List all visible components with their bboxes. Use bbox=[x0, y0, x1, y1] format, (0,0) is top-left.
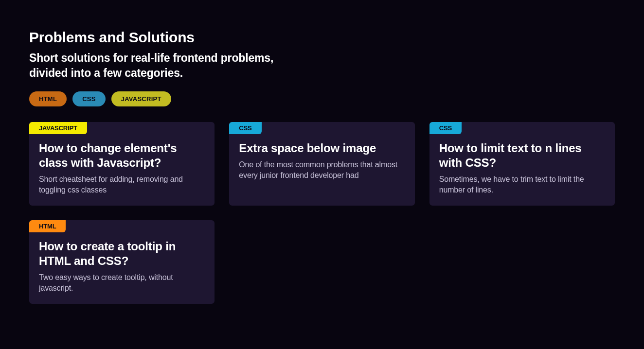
card[interactable]: JAVASCRIPTHow to change element's class … bbox=[29, 122, 215, 206]
card-tag: CSS bbox=[429, 122, 462, 134]
card-title: Extra space below image bbox=[239, 141, 405, 156]
card[interactable]: CSSHow to limit text to n lines with CSS… bbox=[429, 122, 615, 206]
card[interactable]: HTMLHow to create a tooltip in HTML and … bbox=[29, 220, 215, 304]
card-body: How to change element's class with Javas… bbox=[29, 134, 215, 195]
card-desc: Short cheatsheet for adding, removing an… bbox=[39, 174, 205, 195]
card-title: How to change element's class with Javas… bbox=[39, 141, 205, 170]
card-body: How to create a tooltip in HTML and CSS?… bbox=[29, 232, 215, 293]
card-desc: Two easy ways to create tooltip, without… bbox=[39, 272, 205, 293]
page-subtitle: Short solutions for real-life frontend p… bbox=[29, 51, 302, 81]
card-tag: CSS bbox=[229, 122, 261, 134]
card-body: How to limit text to n lines with CSS?So… bbox=[429, 134, 615, 195]
card-title: How to limit text to n lines with CSS? bbox=[439, 141, 605, 170]
filter-pill-html[interactable]: HTML bbox=[29, 91, 67, 106]
card-desc: One of the most common problems that alm… bbox=[239, 159, 405, 180]
card[interactable]: CSSExtra space below imageOne of the mos… bbox=[229, 122, 414, 206]
cards-grid: JAVASCRIPTHow to change element's class … bbox=[29, 122, 615, 304]
card-tag: JAVASCRIPT bbox=[29, 122, 87, 134]
card-title: How to create a tooltip in HTML and CSS? bbox=[39, 239, 205, 268]
page-title: Problems and Solutions bbox=[29, 29, 615, 46]
card-desc: Sometimes, we have to trim text to limit… bbox=[439, 174, 605, 195]
card-tag: HTML bbox=[29, 220, 66, 232]
filter-pill-css[interactable]: CSS bbox=[72, 91, 106, 106]
filter-pill-row: HTMLCSSJAVASCRIPT bbox=[29, 91, 615, 106]
filter-pill-javascript[interactable]: JAVASCRIPT bbox=[111, 91, 171, 106]
card-body: Extra space below imageOne of the most c… bbox=[229, 134, 414, 180]
